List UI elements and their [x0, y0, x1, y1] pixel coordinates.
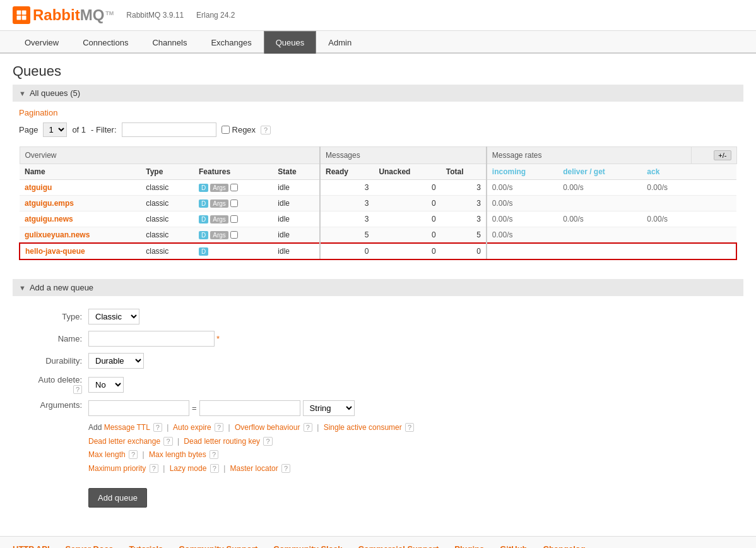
regex-label[interactable]: Regex — [221, 125, 256, 134]
sep1: | — [167, 423, 168, 432]
nav-admin[interactable]: Admin — [316, 31, 363, 54]
hint-max-priority[interactable]: Maximum priority — [88, 464, 146, 473]
queue-name-link[interactable]: atguigu — [25, 183, 52, 192]
feature-d-tag[interactable]: D — [199, 184, 208, 192]
logo-icon — [13, 6, 30, 24]
auto-delete-help[interactable]: ? — [73, 385, 82, 394]
hint-lazy-mode[interactable]: Lazy mode — [170, 464, 207, 473]
footer-http-api[interactable]: HTTP API — [13, 544, 50, 548]
collapse-arrow: ▼ — [19, 90, 26, 97]
nav-overview[interactable]: Overview — [13, 31, 71, 54]
args-key-input[interactable] — [88, 400, 189, 416]
page-select[interactable]: 1 — [43, 122, 67, 137]
type-label: Type: — [25, 312, 88, 321]
hint-help-mp[interactable]: ? — [150, 464, 158, 473]
nav-exchanges[interactable]: Exchanges — [199, 31, 263, 54]
hint-help-overflow[interactable]: ? — [304, 423, 312, 432]
footer-changelog[interactable]: Changelog — [543, 544, 586, 548]
args-type-select[interactable]: String Number Boolean — [303, 400, 355, 416]
feature-checkbox[interactable] — [230, 200, 238, 207]
all-queues-section-header[interactable]: ▼ All queues (5) — [13, 85, 743, 102]
feature-args-tag[interactable]: Args — [210, 231, 228, 239]
regex-checkbox[interactable] — [221, 126, 230, 134]
hint-help-expire[interactable]: ? — [215, 423, 223, 432]
hint-help-consumer[interactable]: ? — [405, 423, 414, 432]
pagination-label[interactable]: Pagination — [19, 108, 737, 117]
queue-type-cell: classic — [141, 227, 194, 244]
queue-name-link[interactable]: atguigu.news — [25, 215, 73, 223]
hint-master-locator[interactable]: Master locator — [230, 464, 278, 473]
hint-max-length[interactable]: Max length — [88, 450, 126, 459]
col-extra — [692, 164, 736, 180]
footer-community-slack[interactable]: Community Slack — [273, 544, 342, 548]
queue-total-cell: 3 — [441, 180, 487, 196]
feature-d-tag[interactable]: D — [199, 231, 208, 239]
feature-checkbox[interactable] — [230, 231, 238, 239]
add-queue-button[interactable]: Add queue — [88, 488, 147, 508]
hint-help-ml[interactable]: ? — [129, 450, 138, 459]
feature-args-tag[interactable]: Args — [210, 215, 228, 223]
feature-checkbox[interactable] — [230, 215, 238, 223]
nav-queues[interactable]: Queues — [264, 31, 317, 54]
hint-help-lm[interactable]: ? — [210, 464, 219, 473]
hint-message-ttl[interactable]: Message TTL — [104, 423, 150, 432]
hint-overflow[interactable]: Overflow behaviour — [235, 423, 300, 432]
feature-args-tag[interactable]: Args — [210, 200, 228, 208]
args-value-input[interactable] — [199, 400, 300, 416]
feature-d-tag[interactable]: D — [199, 200, 208, 208]
feature-d-tag[interactable]: D — [199, 247, 208, 256]
queues-table-container: Overview Messages Message rates +/- Name… — [13, 146, 743, 273]
add-label: Add — [88, 423, 102, 432]
queue-ready-cell: 3 — [320, 180, 374, 196]
queues-table: Overview Messages Message rates +/- Name… — [19, 146, 737, 260]
pagination-row: Page 1 of 1 - Filter: Regex ? — [19, 122, 737, 137]
sep3: | — [317, 423, 319, 432]
args-input-row: = String Number Boolean — [88, 400, 414, 416]
pm-button-cell: +/- — [692, 147, 736, 164]
main-content: Queues ▼ All queues (5) Pagination Page … — [0, 54, 756, 523]
filter-label: - Filter: — [91, 125, 116, 134]
footer-tutorials[interactable]: Tutorials — [129, 544, 163, 548]
queue-name-link[interactable]: atguigu.emps — [25, 199, 74, 208]
queue-unacked-cell: 0 — [374, 211, 440, 227]
queue-name-cell: atguigu — [20, 180, 141, 196]
name-input[interactable] — [88, 331, 215, 347]
hint-help-dle[interactable]: ? — [163, 437, 172, 446]
footer-community-support[interactable]: Community Support — [179, 544, 257, 548]
hint-help-dlr[interactable]: ? — [263, 437, 272, 446]
footer-commercial-support[interactable]: Commercial Support — [358, 544, 439, 548]
durability-select[interactable]: Durable Transient — [88, 353, 144, 369]
queue-ack-cell — [642, 243, 691, 259]
queue-ready-cell: 5 — [320, 227, 374, 244]
nav-connections[interactable]: Connections — [71, 31, 140, 54]
feature-d-tag[interactable]: D — [199, 215, 208, 223]
footer-server-docs[interactable]: Server Docs — [66, 544, 114, 548]
filter-input[interactable] — [122, 122, 216, 137]
queue-incoming-cell: 0.00/s — [487, 180, 558, 196]
queue-name-link[interactable]: gulixueyuan.news — [25, 230, 90, 239]
queue-name-link[interactable]: hello-java-queue — [25, 247, 85, 256]
footer-plugins[interactable]: Plugins — [454, 544, 484, 548]
hint-help-mlo[interactable]: ? — [281, 464, 290, 473]
hint-help-mlb[interactable]: ? — [210, 450, 218, 459]
feature-args-tag[interactable]: Args — [210, 184, 228, 192]
nav-channels[interactable]: Channels — [140, 31, 199, 54]
page-label: Page — [19, 125, 38, 134]
hint-auto-expire[interactable]: Auto expire — [173, 423, 211, 432]
footer-github[interactable]: GitHub — [500, 544, 527, 548]
type-select[interactable]: Classic Quorum — [88, 309, 139, 325]
hint-help-ttl[interactable]: ? — [153, 423, 162, 432]
hint-dead-letter-routing[interactable]: Dead letter routing key — [184, 437, 260, 446]
feature-checkbox[interactable] — [230, 184, 238, 191]
add-queue-section-header[interactable]: ▼ Add a new queue — [13, 279, 743, 296]
pm-button[interactable]: +/- — [714, 150, 731, 160]
hint-max-length-bytes[interactable]: Max length bytes — [149, 450, 206, 459]
sep2: | — [228, 423, 230, 432]
col-ack: ack — [642, 164, 691, 180]
queue-state-cell: idle — [273, 196, 320, 211]
regex-help[interactable]: ? — [261, 126, 271, 134]
hint-single-consumer[interactable]: Single active consumer — [324, 423, 402, 432]
auto-delete-select[interactable]: No Yes — [88, 377, 124, 393]
hint-dead-letter-exchange[interactable]: Dead letter exchange — [88, 437, 160, 446]
arguments-controls: = String Number Boolean Add Message TTL … — [88, 400, 414, 475]
